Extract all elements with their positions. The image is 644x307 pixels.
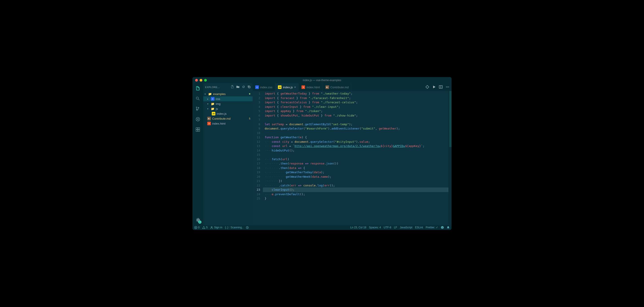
md-icon: M↓ (326, 85, 329, 89)
compare-icon[interactable] (426, 85, 429, 89)
editor-area: # index.css JS index.js × 5 index.html M… (252, 83, 452, 225)
tree-file-indexjs[interactable]: JS index.js (203, 111, 252, 116)
code-lines: import { getWeatherToday } from "./weath… (263, 91, 452, 201)
status-signin[interactable]: Sign in (210, 226, 222, 229)
status-eslint[interactable]: ESLint (415, 226, 423, 229)
tab-contribute-md[interactable]: M↓ Contribute.md (323, 83, 352, 91)
status-lncol[interactable]: Ln 23, Col 18 (350, 226, 366, 229)
new-file-icon[interactable] (230, 85, 234, 89)
sidebar-header: EXPLORE... (203, 83, 252, 91)
tab-index-css[interactable]: # index.css (252, 83, 275, 91)
tree-folder-examples[interactable]: ▾📁 examples (203, 91, 252, 96)
activity-bar: 1 (192, 83, 203, 225)
tab-bar: # index.css JS index.js × 5 index.html M… (252, 83, 452, 91)
run-icon[interactable] (432, 85, 436, 89)
git-badge: 5 (249, 117, 250, 120)
svg-point-8 (442, 227, 442, 228)
status-bar: 0 5 Sign in {..} : Scanning.. Ln 23, Col… (192, 225, 452, 230)
tree-label: examples (213, 92, 226, 96)
window-title: index.js — vue-theme-examples (303, 79, 341, 82)
tab-label: index.html (306, 86, 320, 89)
tree-file-contribute[interactable]: M↓ Contribute.md 5 (203, 116, 252, 121)
vscode-window: index.js — vue-theme-examples 1 (192, 77, 452, 230)
tab-label: index.css (260, 86, 272, 89)
svg-point-2 (447, 86, 448, 87)
status-warnings[interactable]: 5 (202, 226, 208, 229)
close-window[interactable] (195, 79, 198, 82)
git-modified-dot (249, 93, 250, 95)
more-icon[interactable] (446, 85, 449, 89)
search-icon[interactable] (195, 95, 201, 102)
status-clock-icon[interactable] (246, 226, 249, 229)
traffic-lights (195, 79, 207, 82)
tree-folder-js[interactable]: ▾📁 js (203, 106, 252, 111)
new-folder-icon[interactable] (236, 85, 240, 89)
status-prettier[interactable]: Prettier: ✓ (426, 226, 438, 229)
status-spaces[interactable]: Spaces: 4 (369, 226, 381, 229)
minimize-window[interactable] (200, 79, 202, 82)
explorer-sidebar: EXPLORE... ▾📁 examples ▸# css (203, 83, 252, 225)
source-control-icon[interactable] (195, 106, 201, 112)
tree-file-indexhtml[interactable]: 5 index.html (203, 121, 252, 126)
titlebar: index.js — vue-theme-examples (192, 77, 452, 83)
css-icon: # (255, 85, 259, 89)
status-lang[interactable]: JavaScript (400, 226, 412, 229)
svg-point-1 (446, 86, 447, 87)
tab-label: Contribute.md (330, 86, 349, 89)
close-tab-icon[interactable]: × (294, 85, 296, 89)
svg-point-5 (211, 226, 212, 228)
svg-point-3 (448, 86, 449, 87)
tree-folder-css[interactable]: ▸# css (203, 96, 252, 101)
file-tree: ▾📁 examples ▸# css ▾📁 img ▾📁 js JS (203, 91, 252, 126)
tree-label: img (216, 102, 220, 106)
code-editor[interactable]: 1234567891011121314151617181920212223242… (252, 91, 452, 225)
status-feedback-icon[interactable] (441, 226, 444, 229)
status-errors[interactable]: 0 (194, 226, 200, 229)
minimap[interactable] (448, 91, 452, 225)
tab-label: index.js (283, 86, 293, 89)
tree-label: index.js (217, 112, 226, 115)
tab-index-html[interactable]: 5 index.html (299, 83, 322, 91)
tree-folder-img[interactable]: ▾📁 img (203, 101, 252, 106)
collapse-all-icon[interactable] (248, 85, 251, 89)
settings-badge: 1 (198, 221, 202, 224)
settings-icon[interactable]: 1 (195, 217, 201, 223)
sidebar-title: EXPLORE... (205, 86, 220, 88)
js-icon: JS (278, 85, 282, 89)
tab-index-js[interactable]: JS index.js × (275, 83, 299, 91)
tree-label: js (216, 107, 218, 110)
status-bell-icon[interactable] (446, 226, 450, 229)
html-icon: 5 (302, 85, 305, 89)
explorer-icon[interactable] (195, 85, 201, 91)
split-editor-icon[interactable] (439, 85, 442, 89)
svg-point-9 (442, 227, 443, 228)
status-eol[interactable]: LF (394, 226, 397, 229)
status-encoding[interactable]: UTF-8 (384, 226, 391, 229)
debug-icon[interactable] (195, 116, 201, 122)
tree-label: Contribute.md (212, 117, 230, 120)
tree-label: index.html (212, 122, 226, 125)
extensions-icon[interactable] (195, 126, 201, 133)
line-gutter: 1234567891011121314151617181920212223242… (252, 91, 263, 201)
tree-label: css (216, 97, 220, 101)
svg-point-7 (441, 226, 444, 229)
zoom-window[interactable] (204, 79, 207, 82)
status-scanning[interactable]: {..} : Scanning.. (225, 226, 243, 229)
refresh-icon[interactable] (242, 85, 245, 89)
